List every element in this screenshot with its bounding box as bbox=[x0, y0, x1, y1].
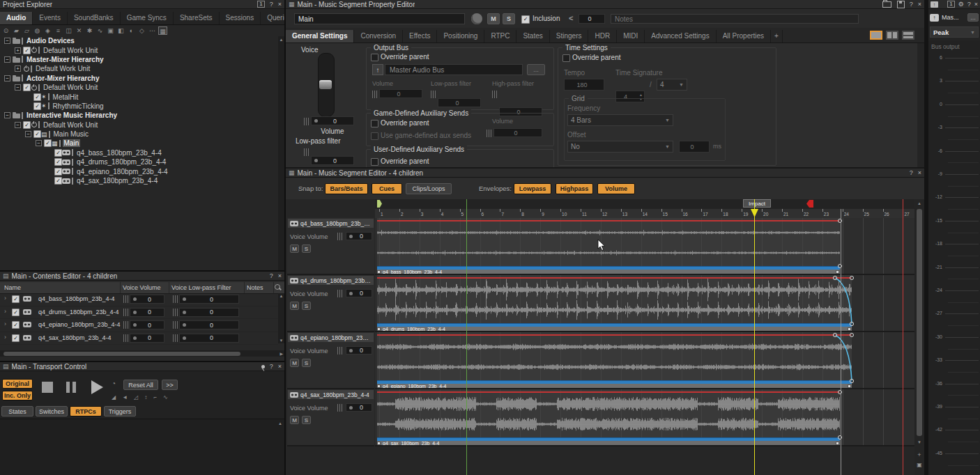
switch-icon[interactable]: ◧ bbox=[116, 26, 125, 35]
scroll-up-icon[interactable]: ▲ bbox=[278, 38, 284, 42]
timeline-ruler[interactable]: 1234567891011121314151617181920212223242… bbox=[375, 209, 914, 219]
envelope-node[interactable] bbox=[850, 379, 853, 382]
table-row[interactable]: ›✓q4_bass_180bpm_23b_4-400 bbox=[0, 293, 278, 306]
splitter-h2[interactable] bbox=[0, 361, 284, 362]
track-mute-button[interactable]: M bbox=[290, 302, 299, 310]
transport-inc-only-button[interactable]: Inc. Only bbox=[2, 391, 33, 400]
property-editor-scrollbar[interactable] bbox=[917, 43, 924, 167]
track-voice-volume[interactable]: 0 bbox=[346, 346, 372, 355]
tempo-value[interactable]: 180 bbox=[564, 79, 604, 91]
row-checkbox[interactable]: ✓ bbox=[12, 334, 20, 342]
tab-states[interactable]: States bbox=[516, 30, 549, 42]
tree-checkbox[interactable]: ✓ bbox=[33, 93, 41, 101]
track-lane[interactable]: q4_bass_180bpm_23b_4-4 bbox=[375, 218, 914, 275]
tree-checkbox[interactable]: ✓ bbox=[54, 168, 62, 176]
volume-fade-curve[interactable] bbox=[825, 275, 857, 328]
pause-button[interactable] bbox=[66, 382, 76, 393]
column-header-voice-volume[interactable]: Voice Volume bbox=[123, 284, 161, 291]
track-name-bar[interactable]: q4_epiano_180bpm_23b_4-4 bbox=[288, 333, 374, 342]
clip-handle[interactable] bbox=[377, 327, 381, 331]
work-unit-icon[interactable]: ◍ bbox=[33, 26, 42, 35]
collapse-icon[interactable]: − bbox=[4, 38, 10, 44]
tab-sharesets[interactable]: ShareSets bbox=[174, 12, 220, 24]
table-row[interactable]: ›✓q4_sax_180bpm_23b_4-400 bbox=[0, 332, 278, 345]
reset-all-button[interactable]: Reset All bbox=[123, 380, 158, 390]
lowpass-envelope-line[interactable] bbox=[377, 334, 852, 336]
help-icon[interactable]: ? bbox=[910, 0, 913, 9]
envelope-node[interactable] bbox=[838, 390, 842, 394]
stop-button[interactable] bbox=[42, 382, 53, 393]
column-header-name[interactable]: Name bbox=[4, 284, 21, 291]
list-view-icon[interactable]: ≡ bbox=[54, 26, 63, 35]
track-mute-button[interactable]: M bbox=[290, 359, 299, 367]
tree-item[interactable]: ✓q4_drums_180bpm_23b_4-4 bbox=[1, 157, 277, 166]
voice-volume-slider[interactable] bbox=[318, 53, 335, 117]
close-icon[interactable]: × bbox=[918, 169, 921, 178]
expand-icon[interactable]: + bbox=[15, 47, 21, 54]
track-solo-button[interactable]: S bbox=[302, 359, 311, 367]
fade-out-icon[interactable]: ◿ bbox=[134, 394, 138, 401]
fade-in-icon[interactable]: ◢ bbox=[112, 394, 116, 401]
lowpass-envelope-line[interactable] bbox=[377, 391, 840, 393]
tree-item[interactable]: ✓✶MetalHit bbox=[1, 92, 277, 101]
notes-field[interactable] bbox=[611, 14, 859, 24]
tree-checkbox[interactable]: ✓ bbox=[33, 102, 41, 110]
track-solo-button[interactable]: S bbox=[302, 302, 311, 310]
help-icon[interactable]: ? bbox=[910, 169, 913, 178]
lowpass-envelope-line[interactable] bbox=[377, 277, 852, 279]
collapse-icon[interactable]: − bbox=[25, 131, 31, 137]
tree-checkbox[interactable]: ✓ bbox=[23, 84, 31, 91]
add-tab-button[interactable]: + bbox=[771, 30, 783, 42]
mute-button[interactable]: M bbox=[487, 13, 500, 24]
row-voice-volume[interactable]: 0 bbox=[130, 320, 164, 329]
close-icon[interactable]: × bbox=[974, 0, 978, 9]
tree-item[interactable]: ✓q4_epiano_180bpm_23b_4-4 bbox=[1, 166, 277, 176]
effect-icon[interactable]: ✱ bbox=[85, 26, 94, 35]
transport-more-button[interactable]: >> bbox=[162, 380, 178, 390]
track-name-bar[interactable]: q4_bass_180bpm_23b_4-4 bbox=[288, 219, 374, 228]
tab-triggers[interactable]: Triggers bbox=[104, 406, 136, 416]
power-icon[interactable]: ⊙ bbox=[1, 26, 10, 35]
column-header-voice-low-pass-filter[interactable]: Voice Low-pass Filter bbox=[171, 284, 231, 291]
close-icon[interactable]: × bbox=[278, 0, 282, 9]
tab-rtpcs[interactable]: RTPCs bbox=[70, 406, 102, 416]
impact-cue-label[interactable]: Impact bbox=[743, 199, 771, 208]
tab-midi[interactable]: MIDI bbox=[617, 30, 645, 42]
share-icon[interactable]: < bbox=[569, 14, 573, 22]
clip-handle[interactable] bbox=[377, 270, 381, 274]
collapse-icon[interactable]: − bbox=[4, 56, 10, 63]
tree-item[interactable]: −Interactive Music Hierarchy bbox=[1, 111, 277, 120]
envelope-node[interactable] bbox=[838, 435, 842, 439]
hscroll-thumb[interactable] bbox=[3, 352, 240, 356]
tree-item[interactable]: ✓q4_sax_180bpm_23b_4-4 bbox=[1, 176, 277, 185]
open-folder-icon[interactable] bbox=[882, 1, 891, 8]
tree-checkbox[interactable]: ✓ bbox=[54, 177, 62, 185]
track-voice-volume[interactable]: 0 bbox=[346, 232, 372, 240]
output-bus-field[interactable]: Master Audio Bus bbox=[385, 64, 523, 75]
speaker-icon[interactable]: ◄ bbox=[122, 394, 128, 401]
envelope-button-highpass[interactable]: Highpass bbox=[556, 183, 593, 194]
tab-soundbanks[interactable]: SoundBanks bbox=[68, 12, 121, 24]
tree-item[interactable]: −✓Default Work Unit bbox=[1, 120, 277, 130]
clip-handle[interactable] bbox=[377, 442, 381, 445]
track-solo-button[interactable]: S bbox=[302, 244, 311, 253]
offset-amount-value[interactable]: 0 bbox=[679, 141, 710, 153]
mixer-icon[interactable]: ◫ bbox=[64, 26, 73, 35]
time-settings-override-checkbox[interactable]: ✓ bbox=[562, 54, 570, 62]
scroll-up-icon[interactable]: ▲ bbox=[278, 294, 284, 298]
track-voice-volume[interactable]: 0 bbox=[346, 403, 372, 412]
row-checkbox[interactable]: ✓ bbox=[12, 295, 20, 303]
timesig-denominator-dropdown[interactable]: 4▼ bbox=[657, 79, 687, 91]
lowpass-icon[interactable]: ⌐ bbox=[153, 394, 157, 401]
envelope-node[interactable] bbox=[833, 333, 836, 336]
table-row[interactable]: ›✓q4_drums_180bpm_23b_4-400 bbox=[0, 306, 278, 320]
tree-item[interactable]: −Master-Mixer Hierarchy bbox=[1, 55, 277, 64]
scroll-up-icon[interactable]: ▲ bbox=[914, 201, 924, 205]
column-header-notes[interactable]: Notes bbox=[247, 284, 263, 291]
segment-editor-scrollbar[interactable]: ▲ ▼ + ▣ bbox=[914, 199, 924, 475]
clip-handle[interactable] bbox=[836, 442, 839, 445]
output-bus-override-checkbox[interactable]: ✓ bbox=[371, 54, 378, 61]
tab-game-syncs[interactable]: Game Syncs bbox=[121, 12, 174, 24]
event-icon[interactable]: ◈ bbox=[43, 26, 52, 35]
frequency-dropdown[interactable]: 4 Bars▼ bbox=[567, 114, 673, 126]
